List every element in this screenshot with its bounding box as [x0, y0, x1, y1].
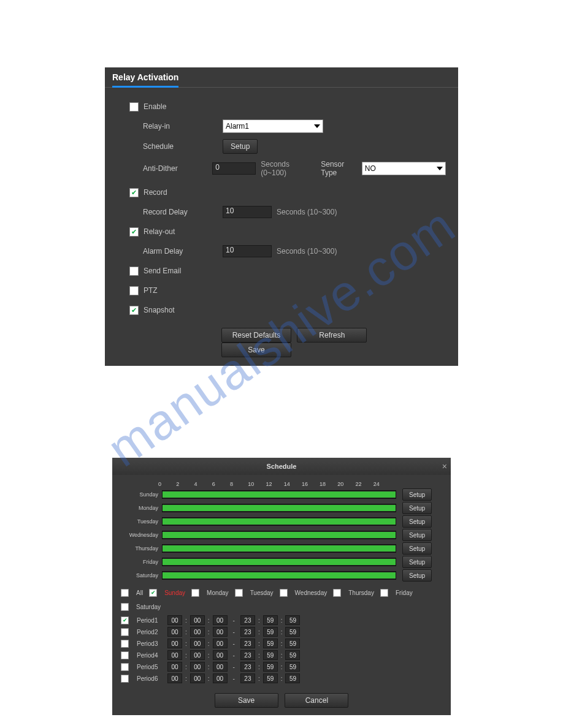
period-to-0[interactable]: 23	[240, 662, 255, 672]
day-bar[interactable]	[162, 490, 396, 499]
period-checkbox[interactable]	[121, 640, 129, 648]
hour-tick: 12	[266, 481, 283, 487]
ptz-checkbox[interactable]	[129, 286, 139, 295]
schedule-save-button[interactable]: Save	[215, 693, 278, 708]
day-setup-button[interactable]: Setup	[402, 529, 432, 541]
day-check-saturday[interactable]: Saturday	[121, 603, 161, 611]
hour-tick: 6	[212, 481, 230, 487]
period-from-0[interactable]: 00	[167, 673, 182, 683]
day-check-sunday[interactable]: ✔Sunday	[149, 589, 185, 597]
day-row: WednesdaySetup	[118, 529, 445, 541]
period-from-0[interactable]: 00	[167, 650, 182, 660]
period-to-2[interactable]: 59	[285, 627, 300, 637]
anti-dither-label: Anti-Dither	[143, 164, 212, 173]
period-checkbox[interactable]	[121, 628, 129, 636]
schedule-label: Schedule	[143, 142, 223, 151]
period-to-1[interactable]: 59	[263, 662, 278, 672]
snapshot-checkbox[interactable]: ✔	[129, 306, 139, 315]
day-check-thursday[interactable]: Thursday	[333, 589, 374, 597]
checkbox[interactable]	[121, 603, 129, 611]
day-setup-button[interactable]: Setup	[402, 556, 432, 568]
period-from-1[interactable]: 00	[190, 627, 205, 637]
day-bar[interactable]	[162, 544, 396, 553]
period-to-2[interactable]: 59	[285, 650, 300, 660]
day-check-tuesday[interactable]: Tuesday	[235, 589, 274, 597]
period-checkbox[interactable]	[121, 675, 129, 683]
day-row: TuesdaySetup	[118, 515, 445, 528]
day-bar[interactable]	[162, 571, 396, 580]
checkbox[interactable]	[280, 589, 288, 597]
period-from-2[interactable]: 00	[213, 673, 228, 683]
day-bar[interactable]	[162, 558, 396, 566]
day-setup-button[interactable]: Setup	[402, 542, 432, 555]
period-from-2[interactable]: 00	[213, 650, 228, 660]
day-setup-button[interactable]: Setup	[402, 502, 432, 514]
period-to-1[interactable]: 59	[263, 627, 278, 637]
period-from-1[interactable]: 00	[190, 673, 205, 683]
day-check-friday[interactable]: Friday	[380, 589, 413, 597]
period-from-2[interactable]: 00	[213, 627, 228, 637]
checkbox[interactable]	[121, 589, 129, 597]
period-from-0[interactable]: 00	[167, 627, 182, 637]
relay-out-checkbox[interactable]: ✔	[129, 227, 139, 237]
enable-checkbox[interactable]	[129, 102, 139, 112]
record-checkbox[interactable]: ✔	[129, 188, 139, 197]
record-delay-input[interactable]: 10	[223, 206, 272, 218]
period-to-2[interactable]: 59	[285, 673, 300, 683]
checkbox[interactable]: ✔	[149, 589, 157, 597]
period-to-1[interactable]: 59	[263, 615, 278, 625]
alarm-delay-input[interactable]: 10	[223, 245, 272, 257]
period-to-2[interactable]: 59	[285, 639, 300, 648]
anti-dither-input[interactable]: 0	[212, 162, 256, 175]
period-from-2[interactable]: 00	[213, 615, 228, 625]
schedule-setup-button[interactable]: Setup	[223, 139, 258, 154]
period-checkbox[interactable]: ✔	[121, 616, 129, 624]
period-to-0[interactable]: 23	[240, 650, 255, 660]
period-to-0[interactable]: 23	[240, 615, 255, 625]
period-from-1[interactable]: 00	[190, 650, 205, 660]
day-check-wednesday[interactable]: Wednesday	[280, 589, 327, 597]
close-icon[interactable]: ×	[442, 461, 447, 471]
period-from-1[interactable]: 00	[190, 615, 205, 625]
day-bar[interactable]	[162, 531, 396, 539]
save-button[interactable]: Save	[221, 343, 291, 357]
reset-defaults-button[interactable]: Reset Defaults	[221, 328, 291, 343]
period-to-1[interactable]: 59	[263, 650, 278, 660]
checkbox[interactable]	[191, 589, 199, 597]
period-to-0[interactable]: 23	[240, 627, 255, 637]
day-setup-button[interactable]: Setup	[402, 569, 432, 582]
period-to-0[interactable]: 23	[240, 673, 255, 683]
day-bar[interactable]	[162, 517, 396, 526]
day-check-monday[interactable]: Monday	[191, 589, 229, 597]
schedule-cancel-button[interactable]: Cancel	[285, 693, 348, 708]
sensor-type-select[interactable]: NO	[362, 162, 446, 175]
period-from-0[interactable]: 00	[167, 639, 182, 648]
day-bar[interactable]	[162, 504, 396, 512]
period-checkbox[interactable]	[121, 651, 129, 659]
period-to-2[interactable]: 59	[285, 615, 300, 625]
period-from-0[interactable]: 00	[167, 615, 182, 625]
relay-in-select[interactable]: Alarm1	[223, 119, 323, 133]
day-check-label: Wednesday	[295, 590, 327, 596]
period-from-0[interactable]: 00	[167, 662, 182, 672]
alarm-delay-label: Alarm Delay	[143, 247, 223, 256]
period-from-1[interactable]: 00	[190, 662, 205, 672]
day-setup-button[interactable]: Setup	[402, 488, 432, 501]
period-to-1[interactable]: 59	[263, 673, 278, 683]
period-from-1[interactable]: 00	[190, 639, 205, 648]
period-checkbox[interactable]	[121, 663, 129, 671]
day-check-all[interactable]: All	[121, 589, 143, 597]
hour-tick: 14	[284, 481, 302, 487]
checkbox[interactable]	[333, 589, 341, 597]
checkbox[interactable]	[380, 589, 388, 597]
checkbox[interactable]	[235, 589, 243, 597]
refresh-button[interactable]: Refresh	[297, 328, 367, 343]
day-setup-button[interactable]: Setup	[402, 515, 432, 528]
send-email-checkbox[interactable]	[129, 267, 139, 276]
period-to-0[interactable]: 23	[240, 639, 255, 648]
tab-relay-activation[interactable]: Relay Activation	[112, 72, 178, 88]
period-from-2[interactable]: 00	[213, 662, 228, 672]
period-from-2[interactable]: 00	[213, 639, 228, 648]
period-to-1[interactable]: 59	[263, 639, 278, 648]
period-to-2[interactable]: 59	[285, 662, 300, 672]
